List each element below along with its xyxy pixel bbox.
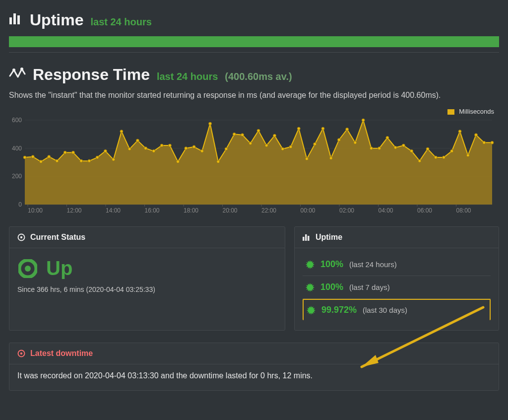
uptime-subtitle: last 24 hours xyxy=(90,16,151,28)
legend-swatch xyxy=(447,109,454,115)
svg-text:600: 600 xyxy=(12,117,22,124)
svg-point-64 xyxy=(434,156,437,159)
chart-legend: Milliseconds xyxy=(9,108,494,115)
svg-point-69 xyxy=(475,134,478,137)
svg-point-22 xyxy=(96,156,99,159)
svg-point-48 xyxy=(305,157,308,160)
svg-point-20 xyxy=(80,159,83,162)
current-status-header: Current Status xyxy=(30,233,85,242)
uptime-row: 100%(last 7 days) xyxy=(303,276,491,299)
svg-text:10:00: 10:00 xyxy=(28,207,43,214)
svg-point-29 xyxy=(152,149,155,152)
svg-marker-103 xyxy=(306,260,315,269)
svg-text:20:00: 20:00 xyxy=(223,207,238,214)
svg-point-17 xyxy=(56,159,59,162)
svg-point-37 xyxy=(217,160,220,163)
svg-point-35 xyxy=(200,149,203,152)
svg-point-47 xyxy=(297,127,300,130)
svg-point-18 xyxy=(64,151,66,154)
svg-point-26 xyxy=(128,147,131,150)
response-time-heading: Response Time last 24 hours (400.60ms av… xyxy=(9,66,499,84)
uptime-period: (last 24 hours) xyxy=(349,260,397,269)
response-description: Shows the "instant" that the monitor sta… xyxy=(9,91,499,100)
svg-text:14:00: 14:00 xyxy=(106,207,121,214)
target-icon xyxy=(17,350,25,357)
svg-marker-104 xyxy=(306,283,315,292)
svg-point-42 xyxy=(257,129,260,132)
svg-point-70 xyxy=(483,141,486,144)
svg-rect-0 xyxy=(9,17,12,24)
burst-icon xyxy=(306,283,315,292)
svg-point-40 xyxy=(241,134,244,137)
svg-point-36 xyxy=(209,122,212,125)
svg-point-50 xyxy=(321,127,324,130)
latest-downtime-header: Latest downtime xyxy=(30,349,93,358)
svg-point-63 xyxy=(426,147,429,150)
svg-point-39 xyxy=(233,133,236,136)
svg-point-57 xyxy=(378,147,381,150)
divider xyxy=(9,52,499,53)
svg-point-68 xyxy=(466,154,469,157)
svg-point-15 xyxy=(39,160,42,163)
response-title: Response Time xyxy=(33,66,150,84)
svg-point-43 xyxy=(265,144,268,147)
svg-text:16:00: 16:00 xyxy=(145,207,160,214)
svg-point-61 xyxy=(410,149,413,152)
svg-point-41 xyxy=(249,142,252,145)
svg-point-21 xyxy=(88,159,91,162)
svg-point-16 xyxy=(48,155,51,158)
svg-point-99 xyxy=(25,266,31,272)
svg-point-58 xyxy=(386,136,389,139)
svg-point-65 xyxy=(443,156,445,159)
svg-text:400: 400 xyxy=(12,145,22,152)
svg-point-31 xyxy=(168,144,171,147)
svg-point-97 xyxy=(20,236,22,238)
svg-point-107 xyxy=(20,352,22,354)
svg-point-53 xyxy=(346,128,349,131)
latest-downtime-panel: Latest downtime It was recorded on 2020-… xyxy=(9,343,499,391)
response-chart: Milliseconds 020040060010:0012:0014:0016… xyxy=(9,108,494,216)
svg-text:04:00: 04:00 xyxy=(379,207,393,214)
svg-point-3 xyxy=(12,69,15,71)
latest-downtime-text: It was recorded on 2020-04-04 03:13:30 a… xyxy=(9,364,499,390)
svg-point-27 xyxy=(136,139,139,142)
svg-point-56 xyxy=(370,147,373,150)
svg-point-4 xyxy=(20,68,23,70)
uptime-pct: 99.972% xyxy=(321,305,357,315)
svg-text:08:00: 08:00 xyxy=(456,207,471,214)
svg-point-25 xyxy=(120,130,123,133)
svg-point-51 xyxy=(329,157,332,160)
uptime-period: (last 30 days) xyxy=(363,306,407,314)
svg-rect-1 xyxy=(13,13,16,24)
svg-point-19 xyxy=(71,151,74,154)
svg-point-24 xyxy=(112,158,115,161)
svg-point-67 xyxy=(458,130,461,133)
svg-point-23 xyxy=(104,149,107,152)
activity-icon xyxy=(9,66,26,80)
svg-point-38 xyxy=(225,147,228,150)
uptime-title: Uptime xyxy=(30,11,83,29)
svg-point-28 xyxy=(144,147,147,150)
svg-point-60 xyxy=(402,144,405,147)
bars-icon xyxy=(303,234,311,241)
uptime-bar xyxy=(9,36,499,47)
svg-point-32 xyxy=(177,160,180,163)
svg-point-30 xyxy=(160,144,163,147)
uptime-card-header: Uptime xyxy=(316,233,342,242)
uptime-row: 99.972%(last 30 days) xyxy=(303,299,491,320)
svg-text:18:00: 18:00 xyxy=(184,207,198,214)
svg-point-62 xyxy=(418,159,421,162)
status-value: Up xyxy=(46,257,72,280)
svg-point-44 xyxy=(273,134,276,137)
uptime-row: 100%(last 24 hours) xyxy=(303,253,491,276)
uptime-pct: 100% xyxy=(320,259,343,270)
svg-text:00:00: 00:00 xyxy=(301,207,316,214)
svg-point-34 xyxy=(192,145,195,148)
svg-rect-102 xyxy=(308,236,310,241)
svg-rect-101 xyxy=(305,234,307,241)
bars-icon xyxy=(9,12,23,25)
svg-text:0: 0 xyxy=(18,201,22,208)
svg-marker-105 xyxy=(307,306,316,315)
svg-point-52 xyxy=(337,139,340,141)
response-subtitle: last 24 hours xyxy=(157,71,218,82)
